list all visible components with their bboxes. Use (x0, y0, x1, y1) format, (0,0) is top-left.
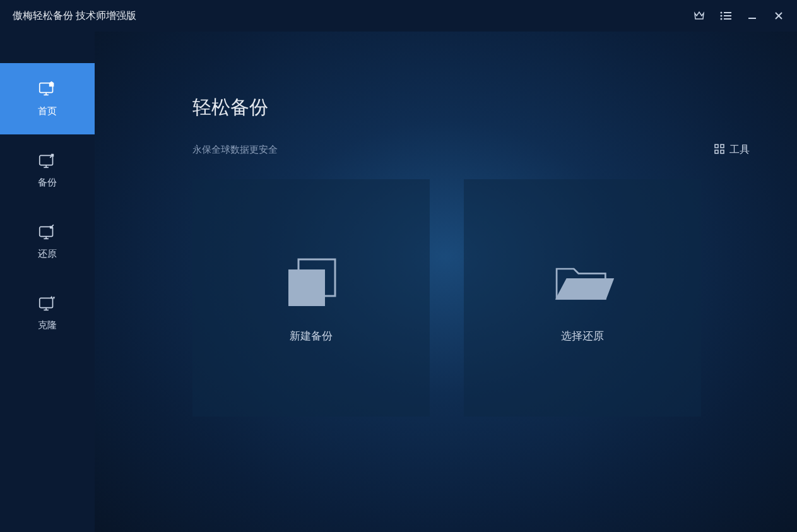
restore-icon (37, 223, 57, 240)
titlebar: 傲梅轻松备份 技术师增强版 (0, 0, 797, 32)
titlebar-right (694, 10, 784, 21)
svg-rect-26 (288, 269, 325, 306)
page-title: 轻松备份 (192, 95, 753, 121)
clone-icon (37, 294, 57, 312)
sidebar-item-label: 还原 (38, 248, 57, 260)
card-select-restore[interactable]: 选择还原 (464, 179, 701, 417)
menu-list-icon[interactable] (720, 10, 731, 21)
titlebar-left: 傲梅轻松备份 技术师增强版 (13, 9, 136, 23)
svg-rect-3 (724, 15, 731, 16)
subtitle-row: 永保全球数据更安全 工具 (192, 143, 753, 157)
page-subtitle: 永保全球数据更安全 (192, 144, 278, 156)
new-backup-icon (280, 253, 343, 310)
svg-rect-22 (721, 145, 724, 148)
sidebar-item-home[interactable]: 首页 (0, 63, 95, 134)
app-title: 傲梅轻松备份 技术师增强版 (13, 9, 136, 23)
sidebar-item-label: 首页 (38, 105, 57, 117)
svg-rect-5 (724, 18, 731, 20)
svg-rect-23 (715, 150, 718, 153)
svg-rect-6 (748, 18, 756, 19)
app-window: 傲梅轻松备份 技术师增强版 (0, 0, 797, 532)
select-restore-icon (551, 253, 614, 310)
main-content: 轻松备份 永保全球数据更安全 工具 (95, 32, 797, 532)
body-area: 首页 备份 (0, 32, 797, 532)
svg-rect-21 (715, 145, 718, 148)
svg-rect-1 (724, 12, 731, 13)
backup-icon (37, 151, 57, 169)
sidebar-item-label: 备份 (38, 177, 57, 189)
home-icon (37, 80, 57, 98)
tools-link[interactable]: 工具 (714, 143, 750, 157)
crown-icon[interactable] (694, 10, 705, 21)
tools-grid-icon (714, 144, 724, 157)
svg-rect-18 (40, 298, 53, 307)
minimize-button[interactable] (747, 10, 758, 21)
svg-point-4 (721, 18, 723, 20)
sidebar-item-restore[interactable]: 还原 (0, 206, 95, 277)
sidebar-item-label: 克隆 (38, 319, 57, 331)
sidebar-item-backup[interactable]: 备份 (0, 134, 95, 206)
close-button[interactable] (773, 10, 784, 21)
tools-label: 工具 (729, 143, 750, 157)
sidebar-item-clone[interactable]: 克隆 (0, 277, 95, 348)
card-label: 选择还原 (561, 329, 604, 343)
card-label: 新建备份 (290, 329, 333, 343)
card-new-backup[interactable]: 新建备份 (192, 179, 430, 417)
cards-row: 新建备份 选择还原 (192, 179, 753, 417)
svg-point-0 (721, 12, 723, 14)
sidebar: 首页 备份 (0, 32, 95, 532)
svg-rect-24 (721, 150, 724, 153)
svg-point-2 (721, 15, 723, 17)
